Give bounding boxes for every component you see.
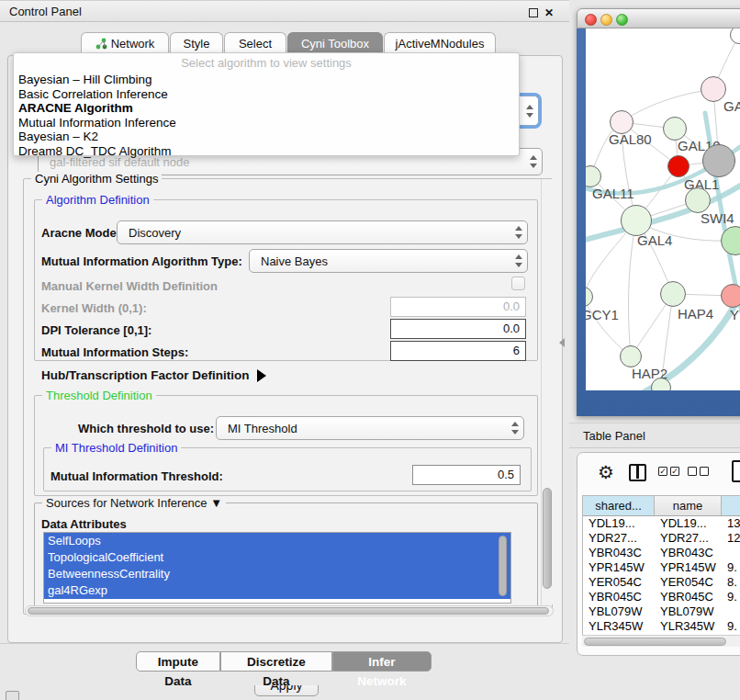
network-node[interactable] [702, 144, 735, 177]
close-window-icon[interactable] [585, 14, 597, 26]
table-panel-header: Table Panel [569, 423, 740, 448]
mi-threshold-field[interactable]: 0.5 [412, 465, 521, 485]
attribute-list-scrollbar[interactable] [499, 536, 507, 596]
table-row[interactable]: YBL079WYBL079W [583, 604, 740, 619]
column-header-shared...[interactable]: shared... [583, 496, 655, 515]
table-panel-container: ⚙ ✓ ✓ shared...name YDL19...YDL19...13YD… [577, 452, 740, 656]
algorithm-definition-label: Algorithm Definition [42, 193, 153, 207]
columns-icon[interactable] [629, 464, 646, 481]
dock-chip-icon[interactable] [6, 691, 19, 700]
network-window-frame: GALGAL80GAL10GAL1GAL11SWI4GAL4GCY1HAP4YH… [577, 28, 740, 416]
float-panel-icon[interactable] [529, 8, 538, 17]
network-node-y[interactable] [721, 284, 740, 308]
deselect-all-icon[interactable] [688, 467, 709, 476]
gear-icon[interactable]: ⚙ [598, 458, 614, 486]
document-icon[interactable] [732, 460, 740, 482]
aracne-mode-label: Aracne Mode: [41, 226, 120, 240]
sources-label[interactable]: Sources for Network Inference ▼ [42, 496, 226, 510]
algorithm-option[interactable]: Mutual Information Inference [14, 116, 519, 130]
table-hscroll-thumb[interactable] [584, 638, 726, 646]
splitter-collapse-icon[interactable] [559, 338, 565, 347]
hub-definition-toggle[interactable]: Hub/Transcription Factor Definition [41, 368, 266, 382]
tab-label: Select [239, 37, 272, 51]
minimize-window-icon[interactable] [600, 14, 612, 26]
table-cell: 12 [722, 531, 740, 546]
aracne-mode-combobox[interactable]: Discovery [117, 220, 528, 244]
table-cell: 9. [722, 619, 740, 634]
collapse-arrow-icon: ▼ [210, 496, 222, 510]
table-cell: 9. [722, 590, 740, 604]
bottom-tab-infer-network[interactable]: Infer Network [332, 651, 432, 672]
table-row[interactable]: YBR043CYBR043C [583, 546, 740, 560]
network-node-hap2[interactable] [620, 345, 642, 367]
data-attributes-list[interactable]: SelfLoopsTopologicalCoefficientBetweenne… [43, 532, 511, 604]
checked-box-icon: ✓ [670, 467, 679, 476]
network-window-titlebar[interactable] [577, 8, 740, 28]
mi-threshold-label: Mutual Information Threshold: [50, 469, 223, 483]
node-label: Y [730, 307, 739, 322]
table-cell: YDL19... [655, 516, 722, 531]
network-node-gal[interactable] [701, 76, 726, 102]
data-attribute-item[interactable]: gal4RGexp [44, 582, 510, 599]
table-row[interactable]: YDL19...YDL19...13 [583, 516, 740, 531]
node-label: HAP4 [678, 306, 713, 322]
network-node-gal1[interactable] [667, 155, 690, 177]
table-row[interactable]: YBR045CYBR045C9. [583, 590, 740, 604]
manual-kernel-checkbox[interactable] [511, 277, 525, 290]
table-row[interactable]: YLR345WYLR345W9. [583, 619, 740, 634]
data-attribute-item[interactable]: TopologicalCoefficient [44, 549, 510, 566]
zoom-window-icon[interactable] [616, 14, 628, 26]
mi-steps-label: Mutual Information Steps: [41, 345, 188, 359]
algorithm-dropdown-prompt: Select algorithm to view settings [14, 53, 519, 73]
data-attribute-item[interactable]: SelfLoops [44, 533, 510, 549]
column-header-hidden[interactable] [722, 496, 740, 515]
settings-horizontal-scrollbar[interactable] [25, 605, 554, 616]
data-attributes-label: Data Attributes [41, 517, 127, 531]
select-all-icon[interactable]: ✓ ✓ [658, 467, 679, 476]
node-label: GAL [723, 98, 740, 114]
which-threshold-value: MI Threshold [228, 422, 297, 435]
bottom-tab-discretize-data[interactable]: Discretize Data [220, 651, 332, 672]
hub-definition-label: Hub/Transcription Factor Definition [41, 368, 250, 382]
dpi-tolerance-field[interactable]: 0.0 [390, 319, 526, 339]
network-node-gal4[interactable] [621, 205, 652, 236]
checked-box-icon: ✓ [658, 467, 667, 476]
table-cell: 8. [722, 575, 740, 590]
close-panel-icon[interactable]: ✕ [544, 6, 554, 19]
node-table[interactable]: shared...name YDL19...YDL19...13YDR27...… [582, 495, 740, 647]
algorithm-option[interactable]: ARACNE Algorithm [14, 101, 519, 116]
settings-vscroll-thumb[interactable] [543, 488, 552, 589]
table-cell: YLR345W [583, 619, 655, 634]
settings-hscroll-thumb[interactable] [28, 607, 549, 615]
kernel-width-label: Kernel Width (0,1): [41, 301, 147, 315]
table-row[interactable]: YER054CYER054C8. [583, 575, 740, 590]
unchecked-box-icon [700, 467, 709, 476]
column-header-name[interactable]: name [655, 496, 722, 515]
mi-type-combobox[interactable]: Naive Bayes [249, 249, 528, 273]
table-panel-title: Table Panel [583, 429, 645, 443]
kernel-width-field[interactable]: 0.0 [390, 297, 526, 317]
table-row[interactable]: YDR27...YDR27...12 [583, 531, 740, 546]
table-cell: YBR043C [655, 546, 722, 560]
table-cell: YER054C [655, 575, 722, 590]
table-horizontal-scrollbar[interactable] [582, 635, 740, 647]
table-cell: YDL19... [583, 516, 655, 531]
network-node-hap4[interactable] [660, 281, 686, 307]
algorithm-option[interactable]: Bayesian – K2 [14, 130, 519, 144]
settings-vertical-scrollbar[interactable] [541, 179, 553, 604]
which-threshold-combobox[interactable]: MI Threshold [216, 416, 524, 440]
expand-arrow-icon [257, 369, 266, 382]
data-attribute-item[interactable]: BetweennessCentrality [44, 566, 510, 582]
bottom-tab-impute-data[interactable]: Impute Data [136, 651, 220, 672]
table-cell: YBL079W [655, 604, 722, 619]
table-row[interactable]: YPR145WYPR145W9. [583, 560, 740, 575]
algorithm-option[interactable]: Dream8 DC_TDC Algorithm [14, 144, 519, 159]
network-canvas[interactable]: GALGAL80GAL10GAL1GAL11SWI4GAL4GCY1HAP4YH… [586, 28, 740, 390]
algorithm-option[interactable]: Bayesian – Hill Climbing [14, 73, 519, 87]
network-node-swi4[interactable] [685, 187, 711, 213]
mi-steps-field[interactable]: 6 [390, 341, 526, 361]
algorithm-dropdown: Select algorithm to view settings Bayesi… [13, 52, 520, 156]
threshold-definition-label: Threshold Definition [42, 389, 156, 402]
algorithm-option[interactable]: Basic Correlation Inference [14, 87, 519, 102]
sources-title: Sources for Network Inference [46, 496, 207, 510]
